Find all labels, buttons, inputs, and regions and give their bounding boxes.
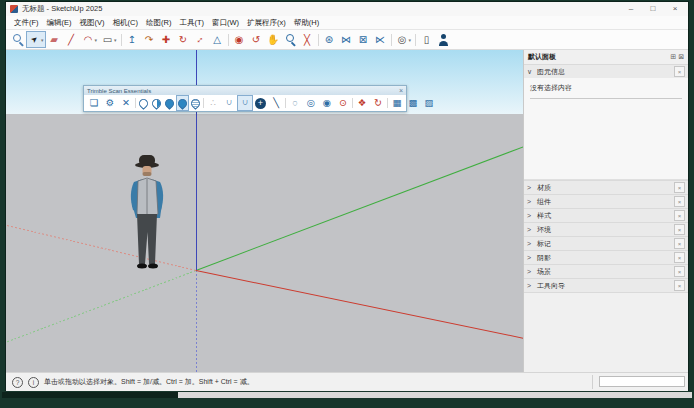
mesh-tool-c-tool[interactable]: ⋉ [372, 31, 389, 48]
tray-close-icon[interactable]: ⊠ [678, 53, 684, 61]
density-medium-icon [163, 97, 176, 110]
video-progress-bar[interactable] [0, 391, 694, 400]
window-close-button[interactable]: × [666, 2, 684, 16]
tray-section-environments[interactable]: >环境× [524, 222, 688, 237]
materials-close-button[interactable]: × [674, 182, 685, 193]
zoom-tool[interactable] [282, 31, 299, 48]
refresh-cloud-tool[interactable]: ↻ [370, 95, 386, 111]
scenes-close-button[interactable]: × [674, 266, 685, 277]
tray-pin-icon[interactable]: ⊞ [670, 53, 676, 61]
help-icon[interactable]: ? [12, 377, 23, 388]
menu-draw[interactable]: 绘图(R) [142, 18, 175, 28]
window-maximize-button[interactable]: □ [644, 2, 662, 16]
instructor-close-button[interactable]: × [674, 280, 685, 291]
scan-essentials-toolbar[interactable]: Trimble Scan Essentials × ❏⚙✕∴∩∩+╲○◎◉⊙❖↻… [83, 85, 407, 112]
shapes-tool[interactable]: ▭▾ [99, 31, 119, 48]
instructor-label: 工具向导 [537, 281, 565, 291]
zoom-extents-tool[interactable]: ╳ [299, 31, 316, 48]
scan-explorer-icon: ⊛ [323, 33, 336, 46]
tray-header-icons: ⊞⊠ [670, 53, 684, 61]
scan-settings-tool[interactable]: ⚙ [102, 95, 118, 111]
region-inner-tool[interactable]: ◎ [303, 95, 319, 111]
axis-green-dashed [6, 270, 196, 344]
scan-toolbar-close-button[interactable]: × [399, 87, 403, 94]
menu-camera[interactable]: 相机(C) [109, 18, 142, 28]
sign-in-tool[interactable] [435, 31, 452, 48]
scan-toolbar-titlebar[interactable]: Trimble Scan Essentials × [84, 86, 406, 95]
density-high-tool[interactable] [176, 95, 189, 111]
select-tool[interactable]: ➤▾ [26, 31, 46, 48]
chevron-down-icon: ∨ [527, 68, 534, 76]
menu-edit[interactable]: 编辑(E) [43, 18, 76, 28]
new-file-tool[interactable]: ▯ [418, 31, 435, 48]
adjust-cloud-icon: ❖ [356, 97, 368, 109]
scale-figure[interactable] [120, 152, 178, 274]
toolbar-separator [387, 98, 388, 108]
measurements-input[interactable] [599, 376, 685, 387]
region-filled-tool[interactable]: ◉ [319, 95, 335, 111]
rotate-tool[interactable]: ↻ [175, 31, 192, 48]
shadows-close-button[interactable]: × [674, 252, 685, 263]
push-pull-tool[interactable]: ↥ [124, 31, 141, 48]
menu-view[interactable]: 视图(V) [76, 18, 109, 28]
search-tool[interactable] [9, 31, 26, 48]
toolbar-separator [135, 98, 136, 108]
toolbar-separator [203, 98, 204, 108]
select-icon: ➤ [25, 30, 43, 48]
entity-info-header[interactable]: ∨ 图元信息 × [524, 64, 688, 79]
pan-tool[interactable]: ✋ [265, 31, 282, 48]
open-scan-tool[interactable]: ❏ [86, 95, 102, 111]
follow-me-tool[interactable]: ↷ [141, 31, 158, 48]
chevron-right-icon: > [527, 268, 534, 275]
menu-help[interactable]: 帮助(H) [290, 18, 323, 28]
tape-measure-tool[interactable]: △ [209, 31, 226, 48]
paint-bucket-tool[interactable]: ◉ [231, 31, 248, 48]
snap-points-tool[interactable]: ∩ [221, 95, 237, 111]
mesh-tool-b-tool[interactable]: ⊠ [355, 31, 372, 48]
mesh-surface-b-tool[interactable]: ▩ [405, 95, 421, 111]
window-minimize-button[interactable]: – [622, 2, 640, 16]
styles-close-button[interactable]: × [674, 210, 685, 221]
density-medium-tool[interactable] [163, 95, 176, 111]
extension-menu-tool[interactable]: ◎▾ [394, 31, 414, 48]
mesh-surface-a-tool[interactable]: ▦ [389, 95, 405, 111]
eraser-tool[interactable]: ▰ [46, 31, 63, 48]
adjust-cloud-tool[interactable]: ❖ [354, 95, 370, 111]
mesh-surface-c-tool[interactable]: ▨ [421, 95, 437, 111]
menu-window[interactable]: 窗口(W) [208, 18, 243, 28]
remove-scan-tool[interactable]: ✕ [118, 95, 134, 111]
line-tool[interactable]: ╱ [63, 31, 80, 48]
scan-explorer-tool[interactable]: ⊛ [321, 31, 338, 48]
menu-file[interactable]: 文件(F) [10, 18, 43, 28]
region-red-tool[interactable]: ⊙ [335, 95, 351, 111]
menu-extensions[interactable]: 扩展程序(x) [243, 18, 290, 28]
tray-section-materials[interactable]: >材质× [524, 180, 688, 195]
point-visibility-tool[interactable]: ∴ [205, 95, 221, 111]
density-low-tool[interactable] [150, 95, 163, 111]
add-point-tool[interactable]: + [253, 95, 268, 111]
orbit-tool[interactable]: ↺ [248, 31, 265, 48]
mesh-tool-a-tool[interactable]: ⋈ [338, 31, 355, 48]
scale-tool[interactable]: ↕ [192, 31, 209, 48]
tray-section-scenes[interactable]: >场景× [524, 264, 688, 279]
components-close-button[interactable]: × [674, 196, 685, 207]
entity-info-close-button[interactable]: × [674, 66, 685, 77]
polyline-fit-tool[interactable]: ╲ [268, 95, 284, 111]
arc-tool[interactable]: ◠▾ [80, 31, 100, 48]
menu-tools[interactable]: 工具(T) [175, 18, 208, 28]
tray-section-components[interactable]: >组件× [524, 194, 688, 209]
density-outline-tool[interactable] [137, 95, 150, 111]
tray-section-styles[interactable]: >样式× [524, 208, 688, 223]
environments-close-button[interactable]: × [674, 224, 685, 235]
snap-points-active-tool[interactable]: ∩ [237, 95, 253, 111]
tray-section-shadows[interactable]: >阴影× [524, 250, 688, 265]
move-tool[interactable]: ✚ [158, 31, 175, 48]
tray-section-instructor[interactable]: >工具向导× [524, 278, 688, 293]
geolocation-icon[interactable]: i [28, 377, 39, 388]
shapes-icon: ▭ [101, 33, 114, 46]
density-hatched-tool[interactable] [189, 95, 202, 111]
region-outline-tool[interactable]: ○ [287, 95, 303, 111]
tags-close-button[interactable]: × [674, 238, 685, 249]
viewport-3d[interactable]: Trimble Scan Essentials × ❏⚙✕∴∩∩+╲○◎◉⊙❖↻… [6, 50, 523, 372]
tray-section-tags[interactable]: >标记× [524, 236, 688, 251]
